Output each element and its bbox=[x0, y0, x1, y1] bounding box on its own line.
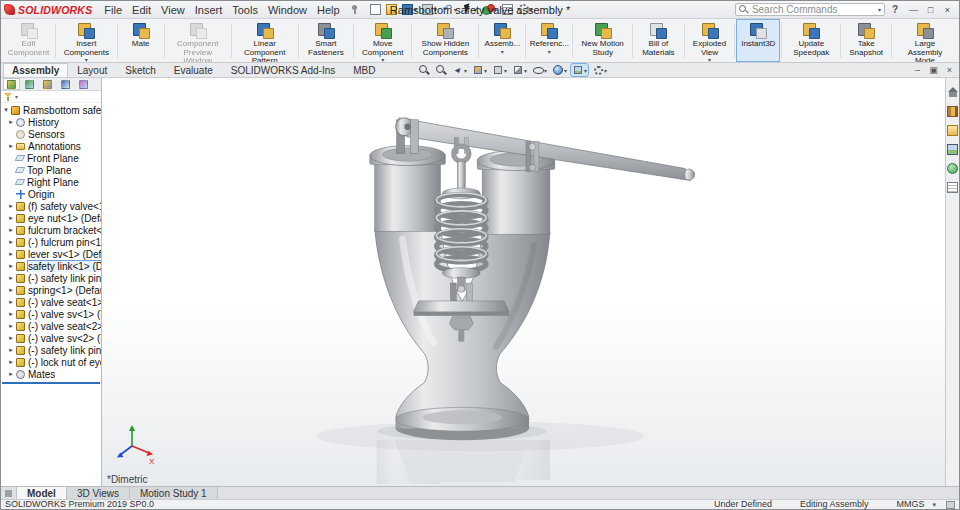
expander-icon[interactable]: ▸ bbox=[7, 298, 15, 306]
view-settings-icon[interactable]: ▾ bbox=[591, 64, 608, 76]
tree-item-safety-link-pin-2[interactable]: ▸(-) safety link pin<2> ( bbox=[1, 344, 101, 356]
expander-icon[interactable]: ▸ bbox=[7, 238, 15, 246]
valve-chamber-right[interactable] bbox=[477, 151, 555, 235]
menu-insert[interactable]: Insert bbox=[190, 3, 228, 17]
expander-icon[interactable]: ▸ bbox=[7, 262, 15, 270]
ribbon-button-bill-of-materials[interactable]: Bill of Materials bbox=[634, 19, 683, 62]
appearances-scenes-icon[interactable] bbox=[947, 163, 958, 174]
zoom-to-area-icon[interactable] bbox=[434, 64, 448, 76]
solidworks-resources-icon[interactable] bbox=[947, 87, 958, 98]
tree-item-annotations[interactable]: ▸Annotations bbox=[1, 140, 101, 152]
tree-root-assembly[interactable]: ▾Ramsbottom safety valve (D bbox=[1, 104, 101, 116]
tree-item-top-plane[interactable]: Top Plane bbox=[1, 164, 101, 176]
tab-assembly[interactable]: Assembly bbox=[3, 63, 68, 77]
tree-item-history[interactable]: ▸History bbox=[1, 116, 101, 128]
ribbon-button-mate[interactable]: Mate bbox=[119, 19, 163, 62]
tree-item-valve-sv-2-defaul[interactable]: ▸(-) valve sv<2> (Defaul bbox=[1, 332, 101, 344]
edit-appearance-icon[interactable]: ▾ bbox=[551, 64, 568, 76]
custom-properties-icon[interactable] bbox=[947, 182, 958, 193]
tree-item-front-plane[interactable]: Front Plane bbox=[1, 152, 101, 164]
status-panel-icon[interactable] bbox=[946, 501, 955, 509]
tab-sketch[interactable]: Sketch bbox=[116, 63, 165, 77]
tree-item-f-safety-valve-1-de[interactable]: ▸(f) safety valve<1> (De bbox=[1, 200, 101, 212]
displaymanager-tab[interactable] bbox=[75, 78, 92, 90]
view-orientation-icon[interactable]: ▾ bbox=[491, 64, 508, 76]
filter-icon[interactable] bbox=[4, 92, 13, 101]
display-style-icon[interactable]: ▾ bbox=[511, 64, 528, 76]
tree-item-fulcrum-bracket-1-d[interactable]: ▸fulcrum bracket<1> (D bbox=[1, 224, 101, 236]
search-dropdown-caret-icon[interactable]: ▾ bbox=[878, 6, 881, 13]
menu-window[interactable]: Window bbox=[263, 3, 312, 17]
tree-item-eye-nut-1-default[interactable]: ▸eye nut<1> (Default<< bbox=[1, 212, 101, 224]
tree-item-right-plane[interactable]: Right Plane bbox=[1, 176, 101, 188]
tree-item-fulcrum-pin-1-de[interactable]: ▸(-) fulcrum pin<1> (De bbox=[1, 236, 101, 248]
expander-icon[interactable]: ▸ bbox=[7, 310, 15, 318]
expander-icon[interactable]: ▸ bbox=[7, 286, 15, 294]
previous-view-icon[interactable]: ▾ bbox=[451, 64, 468, 76]
ribbon-button-update-speedpak[interactable]: Update Speedpak bbox=[783, 19, 839, 62]
menu-edit[interactable]: Edit bbox=[127, 3, 156, 17]
help-button[interactable]: ? bbox=[887, 4, 903, 15]
tree-item-lever-sv-1-default[interactable]: ▸lever sv<1> (Default< bbox=[1, 248, 101, 260]
design-library-icon[interactable] bbox=[947, 106, 958, 117]
tree-item-valve-seat-2-defa[interactable]: ▸(-) valve seat<2> (Defa bbox=[1, 320, 101, 332]
tree-item-valve-sv-1-defaul[interactable]: ▸(-) valve sv<1> (Defaul bbox=[1, 308, 101, 320]
ribbon-button-linear-component-pattern[interactable]: Linear Component Pattern▾ bbox=[233, 19, 297, 62]
apply-scene-icon[interactable]: ▾ bbox=[571, 64, 588, 76]
ribbon-button-smart-fasteners[interactable]: Smart Fasteners bbox=[300, 19, 352, 62]
expander-icon[interactable]: ▸ bbox=[7, 370, 15, 378]
view-palette-icon[interactable] bbox=[947, 144, 958, 155]
ribbon-button-component-preview-window[interactable]: Component Preview Window bbox=[166, 19, 230, 62]
expander-icon[interactable]: ▸ bbox=[7, 214, 15, 222]
expander-icon[interactable]: ▸ bbox=[7, 118, 15, 126]
doc-restore-button[interactable]: ▣ bbox=[927, 64, 940, 76]
minimize-button[interactable]: — bbox=[905, 2, 922, 18]
tree-item-valve-seat-1-defa[interactable]: ▸(-) valve seat<1> (Defa bbox=[1, 296, 101, 308]
expander-icon[interactable]: ▸ bbox=[7, 202, 15, 210]
new-document-icon[interactable] bbox=[369, 3, 382, 16]
tab-solidworks-add-ins[interactable]: SOLIDWORKS Add-Ins bbox=[222, 63, 344, 77]
ribbon-button-show-hidden-components[interactable]: Show Hidden Components bbox=[413, 19, 477, 62]
rollback-bar[interactable] bbox=[2, 382, 100, 384]
featuremanager-tab[interactable] bbox=[3, 78, 20, 90]
doc-minimize-button[interactable]: – bbox=[911, 64, 924, 76]
ribbon-button-edit-component[interactable]: Edit Component bbox=[3, 19, 54, 62]
expander-icon[interactable]: ▸ bbox=[7, 250, 15, 258]
tree-item-origin[interactable]: Origin bbox=[1, 188, 101, 200]
tab-evaluate[interactable]: Evaluate bbox=[165, 63, 222, 77]
menu-file[interactable]: File bbox=[99, 3, 127, 17]
ribbon-button-insert-components[interactable]: Insert Components▾ bbox=[57, 19, 116, 62]
doc-close-button[interactable]: × bbox=[943, 64, 956, 76]
tree-item-safety-link-pin-1[interactable]: ▸(-) safety link pin<1> ( bbox=[1, 272, 101, 284]
expander-icon[interactable]: ▸ bbox=[7, 334, 15, 342]
ribbon-button-move-component[interactable]: Move Component▾ bbox=[355, 19, 410, 62]
expander-icon[interactable]: ▾ bbox=[2, 106, 10, 114]
doc-tab-motion-study-1[interactable]: Motion Study 1 bbox=[130, 487, 218, 499]
tree-item-lock-nut-of-eye-nut[interactable]: ▸(-) lock nut of eye nut< bbox=[1, 356, 101, 368]
tree-item-sensors[interactable]: Sensors bbox=[1, 128, 101, 140]
expander-icon[interactable]: ▸ bbox=[7, 226, 15, 234]
doc-tab-3d-views[interactable]: 3D Views bbox=[67, 487, 130, 499]
ribbon-button-assemb[interactable]: Assemb...▾ bbox=[480, 19, 524, 62]
ribbon-button-exploded-view[interactable]: Exploded View▾ bbox=[686, 19, 734, 62]
ribbon-button-large-assembly-mode[interactable]: Large Assembly Mode bbox=[893, 19, 957, 62]
expander-icon[interactable]: ▸ bbox=[7, 142, 15, 150]
menu-view[interactable]: View bbox=[156, 3, 190, 17]
expander-icon[interactable]: ▸ bbox=[7, 274, 15, 282]
expander-icon[interactable]: ▸ bbox=[7, 358, 15, 366]
configurationmanager-tab[interactable] bbox=[39, 78, 56, 90]
dimxpertmanager-tab[interactable] bbox=[57, 78, 74, 90]
tab-mbd[interactable]: MBD bbox=[344, 63, 384, 77]
hide-show-items-icon[interactable]: ▾ bbox=[531, 64, 548, 76]
tab-options-icon[interactable] bbox=[1, 487, 17, 499]
ribbon-button-instant3d[interactable]: Instant3D bbox=[736, 19, 780, 62]
section-view-icon[interactable]: ▾ bbox=[471, 64, 488, 76]
zoom-to-fit-icon[interactable] bbox=[417, 64, 431, 76]
eye-nut-spindle[interactable] bbox=[451, 138, 471, 194]
doc-tab-model[interactable]: Model bbox=[17, 487, 67, 499]
menu-tools[interactable]: Tools bbox=[227, 3, 263, 17]
menu-help[interactable]: Help bbox=[312, 3, 345, 17]
tree-item-spring-1-default[interactable]: ▸spring<1> (Default<< bbox=[1, 284, 101, 296]
ribbon-button-new-motion-study[interactable]: New Motion Study bbox=[574, 19, 631, 62]
ribbon-button-take-snapshot[interactable]: Take Snapshot bbox=[842, 19, 890, 62]
